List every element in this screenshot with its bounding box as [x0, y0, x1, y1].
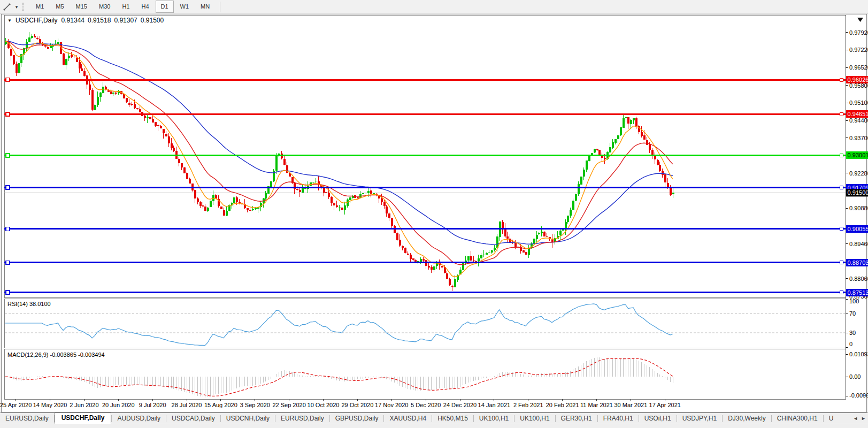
- symbol-tab-ger30-h1[interactable]: GER30,H1: [556, 414, 597, 424]
- price-tick-label: 0.88060: [849, 276, 868, 282]
- timeframe-button-mn[interactable]: MN: [195, 1, 215, 13]
- level-anchor-right[interactable]: [840, 291, 843, 294]
- symbol-tab-u[interactable]: U: [824, 414, 839, 424]
- price-tick-label: 0.97220: [849, 47, 868, 53]
- timeframe-button-h1[interactable]: H1: [117, 1, 135, 13]
- symbol-tab-gbpusd-daily[interactable]: GBPUSD,Daily: [330, 414, 384, 424]
- symbol-tab-hk50-m15[interactable]: HK50,M15: [432, 414, 473, 424]
- date-tick-label: 24 Dec 2020: [443, 402, 477, 408]
- tab-scroll-left-icon[interactable]: ◄: [853, 416, 858, 421]
- toolbar-separator: [220, 2, 220, 12]
- scale-menu-arrow-icon[interactable]: [857, 18, 863, 22]
- level-anchor-left[interactable]: [6, 227, 10, 231]
- date-tick-label: 14 May 2020: [33, 402, 67, 408]
- date-tick-label: 30 Mar 2021: [614, 402, 648, 408]
- date-tick-label: 10 Oct 2020: [308, 402, 340, 408]
- current-price-label: 0.91500: [848, 189, 868, 196]
- tab-scroll-right-icon[interactable]: ►: [861, 416, 866, 421]
- price-tick-label: 0.94400: [849, 117, 868, 124]
- date-axis[interactable]: 25 Apr 202014 May 20202 Jun 202020 Jun 2…: [0, 399, 681, 408]
- top-toolbar: ▾ M1M5M15M30H1H4D1W1MN: [0, 0, 868, 14]
- date-tick-label: 17 Nov 2020: [375, 402, 408, 408]
- date-tick-label: 20 Jun 2020: [102, 402, 135, 408]
- level-price-label: 0.93001: [848, 152, 868, 158]
- symbol-tab-china300-h1[interactable]: CHINA300,H1: [772, 414, 823, 424]
- macd-tick-label: -0.009653: [849, 392, 868, 399]
- symbol-tab-uk100-h1[interactable]: UK100,H1: [474, 414, 514, 424]
- symbol-tab-eurusd-daily[interactable]: EURUSD,Daily: [0, 414, 54, 424]
- macd-tick-label: 0.010933: [849, 351, 868, 357]
- date-tick-label: 25 Apr 2020: [0, 402, 32, 408]
- symbol-tab-audusd-daily[interactable]: AUDUSD,Daily: [112, 414, 166, 424]
- status-strip: [0, 424, 868, 428]
- level-anchor-left[interactable]: [6, 291, 10, 294]
- timeframe-button-h4[interactable]: H4: [136, 1, 154, 13]
- level-price-label: 0.88703: [848, 259, 868, 266]
- tool-dropdown-icon[interactable]: ▾: [13, 4, 20, 10]
- rsi-tick-label: 30: [849, 330, 856, 336]
- price-tick-label: 0.89460: [849, 241, 868, 247]
- level-anchor-right[interactable]: [840, 78, 843, 81]
- rsi-tick-label: 0: [849, 341, 852, 347]
- symbol-tab-xauusd-h4[interactable]: XAUUSD,H4: [384, 414, 432, 424]
- level-anchor-right[interactable]: [840, 261, 843, 264]
- level-anchor-left[interactable]: [6, 186, 10, 189]
- date-tick-label: 29 Oct 2020: [341, 402, 373, 408]
- rsi-tick-label: 100: [849, 298, 859, 304]
- price-tick-label: 0.96520: [849, 64, 868, 71]
- date-tick-label: 20 Feb 2021: [546, 402, 579, 408]
- level-anchor-right[interactable]: [840, 112, 843, 116]
- level-anchor-right[interactable]: [840, 227, 843, 231]
- level-price-label: 0.94651: [848, 111, 868, 117]
- timeframe-button-m15[interactable]: M15: [71, 1, 93, 13]
- price-chart-canvas[interactable]: 0.979200.972200.965200.958000.951000.944…: [0, 14, 868, 412]
- level-anchor-left[interactable]: [6, 154, 10, 157]
- date-tick-label: 14 Jan 2021: [478, 402, 511, 408]
- date-tick-label: 17 Apr 2021: [649, 402, 681, 408]
- level-price-label: 0.90055: [848, 226, 868, 232]
- symbol-tab-eurusd-daily[interactable]: EURUSD,Daily: [275, 414, 329, 424]
- date-tick-label: 15 Aug 2020: [204, 402, 237, 408]
- date-tick-label: 9 Jul 2020: [139, 402, 166, 408]
- symbol-tab-usdcad-daily[interactable]: USDCAD,Daily: [166, 414, 220, 424]
- price-tick-label: 0.95100: [849, 100, 868, 106]
- level-anchor-right[interactable]: [840, 154, 843, 157]
- symbol-tab-fra40-h1[interactable]: FRA40,H1: [598, 414, 639, 424]
- timeframe-bar: M1M5M15M30H1H4D1W1MN: [30, 0, 216, 14]
- price-tick-label: 0.93700: [849, 135, 868, 141]
- macd-tick-label: 0.00: [849, 373, 861, 380]
- level-price-label: 0.96026: [848, 77, 868, 83]
- timeframe-button-m1[interactable]: M1: [30, 1, 49, 13]
- level-anchor-left[interactable]: [6, 261, 10, 264]
- price-axis[interactable]: 0.979200.972200.965200.958000.951000.944…: [846, 29, 868, 300]
- price-tick-label: 0.90880: [849, 205, 868, 211]
- toolbar-grip[interactable]: [22, 3, 27, 11]
- level-anchor-left[interactable]: [6, 112, 10, 116]
- symbol-tab-usdjpy-h1[interactable]: USDJPY,H1: [677, 414, 722, 424]
- rsi-tick-label: 70: [849, 310, 856, 317]
- cursor-tool-icon[interactable]: [1, 2, 13, 12]
- timeframe-button-m30[interactable]: M30: [94, 1, 116, 13]
- symbol-tab-usoil-h1[interactable]: USOil,H1: [639, 414, 677, 424]
- timeframe-button-w1[interactable]: W1: [175, 1, 195, 13]
- price-tick-label: 0.97920: [849, 29, 868, 36]
- price-tick-label: 0.92280: [849, 170, 868, 177]
- symbol-tab-usdcnh-daily[interactable]: USDCNH,Daily: [221, 414, 275, 424]
- date-tick-label: 5 Dec 2020: [411, 402, 441, 408]
- level-anchor-right[interactable]: [840, 186, 843, 189]
- date-tick-label: 28 Jul 2020: [172, 402, 202, 408]
- timeframe-button-m5[interactable]: M5: [50, 1, 69, 13]
- level-anchor-left[interactable]: [6, 78, 10, 82]
- date-tick-label: 3 Sep 2020: [240, 402, 270, 408]
- date-tick-label: 11 Mar 2021: [580, 402, 613, 408]
- tab-scroll-controls: ◄►: [853, 416, 868, 421]
- date-tick-label: 2 Feb 2021: [513, 402, 543, 408]
- symbol-tab-uk100-h1[interactable]: UK100,H1: [514, 414, 555, 424]
- level-price-label: 0.87513: [848, 289, 868, 296]
- panel-frames: [4, 15, 846, 399]
- symbol-tab-bar: EURUSD,DailyUSDCHF,DailyAUDUSD,DailyUSDC…: [0, 412, 868, 424]
- date-tick-label: 2 Jun 2020: [70, 402, 98, 408]
- timeframe-button-d1[interactable]: D1: [156, 1, 174, 13]
- symbol-tab-usdchf-daily[interactable]: USDCHF,Daily: [55, 412, 112, 424]
- symbol-tab-dj30-weekly[interactable]: DJ30,Weekly: [723, 414, 771, 424]
